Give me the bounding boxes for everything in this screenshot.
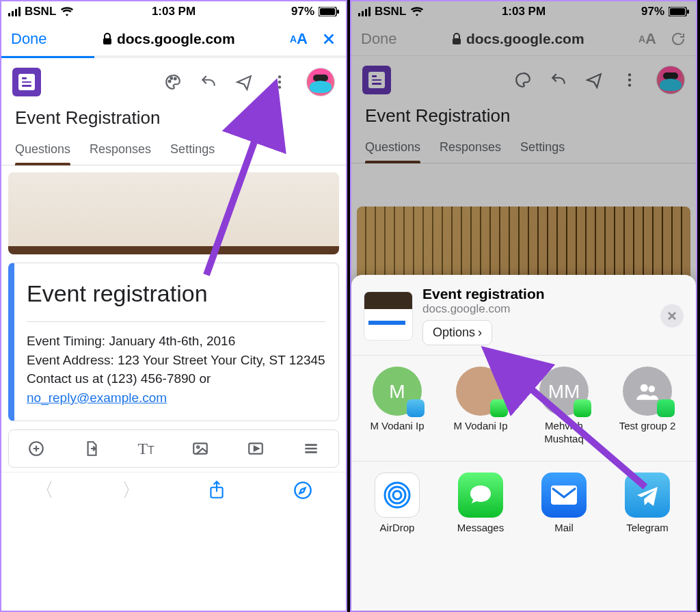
mail-icon: [541, 473, 587, 518]
close-icon: [667, 310, 677, 321]
lock-icon: [102, 33, 113, 45]
svg-point-21: [628, 73, 631, 76]
share-apps[interactable]: AirDropMessagesMailTelegram: [351, 462, 696, 536]
safari-icon[interactable]: [293, 481, 312, 500]
app-label: AirDrop: [364, 522, 431, 533]
msg-badge-icon: [490, 399, 508, 417]
lock-icon: [451, 33, 462, 45]
share-button[interactable]: [208, 480, 226, 501]
options-label: Options: [433, 325, 475, 340]
send-icon[interactable]: [235, 73, 253, 91]
svg-point-6: [174, 78, 176, 80]
tab-responses[interactable]: Responses: [90, 134, 151, 165]
contact-item[interactable]: Test group 2: [614, 367, 681, 446]
app-telegram[interactable]: Telegram: [614, 473, 681, 533]
reader-button[interactable]: AA: [290, 30, 308, 48]
contact-name: Test group 2: [614, 420, 681, 433]
more-icon[interactable]: [271, 73, 288, 91]
share-header: Event registration docs.google.com Optio…: [351, 275, 696, 356]
phone-right: BSNL 1:03 PM 97% Done docs.google.com AA…: [350, 0, 697, 612]
stop-loading-button[interactable]: [321, 31, 336, 46]
contact-item[interactable]: MMMehvish Mushtaq: [530, 367, 597, 446]
forms-logo-icon: [362, 66, 391, 94]
account-avatar[interactable]: [306, 68, 335, 96]
svg-rect-20: [453, 38, 461, 44]
undo-icon: [550, 71, 567, 89]
clock: 1:03 PM: [351, 5, 696, 18]
url-text: docs.google.com: [466, 31, 584, 47]
form-desc-line: Contact us at (123) 456-7890 or: [27, 371, 211, 386]
close-button[interactable]: [660, 304, 684, 328]
svg-point-12: [198, 447, 200, 449]
form-tabs: Questions Responses Settings: [1, 134, 346, 165]
form-title[interactable]: Event Registration: [1, 106, 346, 134]
app-label: Telegram: [614, 522, 681, 533]
forms-logo-icon[interactable]: [12, 68, 41, 96]
address-bar[interactable]: docs.google.com: [102, 31, 235, 47]
form-title: Event Registration: [351, 104, 696, 132]
airdrop-icon: [375, 473, 420, 518]
more-icon: [621, 71, 638, 89]
svg-point-15: [295, 482, 310, 498]
contact-name: M Vodani Ip: [364, 420, 431, 433]
import-icon[interactable]: [83, 440, 100, 457]
undo-icon[interactable]: [200, 73, 217, 91]
svg-rect-29: [551, 485, 577, 505]
share-options-button[interactable]: Options›: [422, 320, 492, 345]
svg-rect-11: [194, 444, 208, 454]
form-title-card[interactable]: Event registration Event Timing: January…: [8, 263, 339, 421]
chevron-right-icon: ›: [478, 325, 482, 340]
app-messages[interactable]: Messages: [447, 473, 514, 533]
done-button[interactable]: Done: [361, 30, 397, 48]
form-header-image[interactable]: [8, 172, 339, 254]
share-thumbnail: [364, 291, 413, 341]
contact-name: M Vodani Ip: [447, 420, 514, 433]
app-label: Mail: [530, 522, 597, 533]
add-question-icon[interactable]: [27, 440, 45, 457]
contact-name: Mehvish Mushtaq: [530, 420, 597, 446]
contact-item[interactable]: MM Vodani Ip: [364, 367, 431, 446]
done-button[interactable]: Done: [11, 30, 47, 48]
app-mail[interactable]: Mail: [530, 473, 597, 533]
svg-point-23: [628, 83, 631, 86]
reload-icon: [670, 31, 686, 47]
messages-icon: [458, 473, 503, 518]
status-bar: BSNL 1:03 PM 97%: [1, 1, 346, 22]
tab-settings[interactable]: Settings: [170, 134, 215, 165]
svg-point-24: [641, 384, 648, 392]
back-button: 〈: [35, 477, 54, 503]
svg-point-27: [389, 487, 405, 503]
form-desc-line: Event Timing: January 4th-6th, 2016: [27, 332, 326, 351]
form-tabs: Questions Responses Settings: [351, 132, 696, 163]
svg-point-26: [393, 491, 401, 499]
forms-header: [351, 56, 696, 104]
add-title-icon[interactable]: TT: [137, 440, 154, 458]
contact-email-link[interactable]: no_reply@example.com: [27, 390, 167, 405]
add-section-icon[interactable]: [302, 440, 320, 457]
clock: 1:03 PM: [1, 5, 346, 18]
app-label: Messages: [447, 522, 514, 533]
safari-toolbar: Done docs.google.com AA: [351, 22, 696, 56]
tab-questions: Questions: [365, 132, 420, 163]
tab-settings: Settings: [520, 132, 565, 163]
contact-item[interactable]: M Vodani Ip: [447, 367, 514, 446]
share-contacts[interactable]: MM Vodani IpM Vodani IpMMMehvish Mushtaq…: [351, 356, 696, 462]
telegram-icon: [625, 473, 670, 518]
address-bar[interactable]: docs.google.com: [451, 31, 584, 47]
svg-point-4: [169, 81, 171, 83]
tab-questions[interactable]: Questions: [15, 134, 70, 165]
svg-point-8: [278, 81, 281, 83]
add-image-icon[interactable]: [191, 440, 209, 457]
add-video-icon[interactable]: [247, 440, 265, 457]
palette-icon[interactable]: [164, 73, 182, 91]
app-airdrop[interactable]: AirDrop: [364, 473, 431, 533]
forms-header: [1, 58, 346, 106]
form-title-text: Event registration: [27, 277, 326, 310]
share-subtitle: docs.google.com: [422, 302, 545, 316]
form-desc-line: Event Address: 123 Your Street Your City…: [27, 351, 326, 370]
account-avatar: [656, 66, 685, 94]
safari-toolbar: Done docs.google.com AA: [1, 22, 346, 56]
svg-point-25: [649, 386, 656, 393]
svg-point-22: [628, 79, 631, 81]
palette-icon: [514, 71, 532, 89]
